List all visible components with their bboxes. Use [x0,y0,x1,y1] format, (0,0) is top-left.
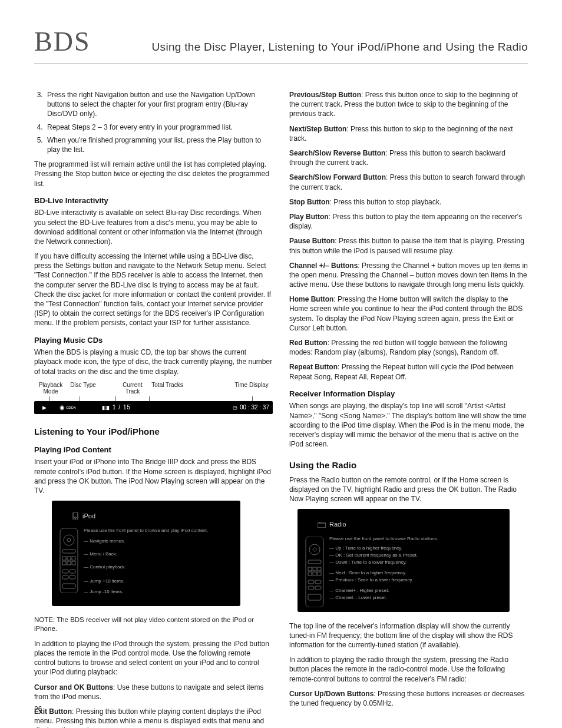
search-fwd-line: Search/Slow Forward Button: Press this b… [289,173,528,191]
svg-rect-23 [308,567,312,571]
next-step-line: Next/Step Button: Press this button to s… [289,124,528,143]
radio-l1: Up : Tune to a higher frequency. [335,545,402,551]
ipod-l3: Control playback. [90,564,126,570]
svg-rect-27 [313,572,316,575]
label-playback-mode: Playback Mode [34,382,67,395]
page-header: BDS Using the Disc Player, Listening to … [34,24,528,64]
radio-p3: In addition to playing the radio through… [289,655,528,684]
cd-display-bar: ▶ ◉CDDA ▮▯▮ 1 / 15 ◷ 00 : 32 : 37 [34,401,273,414]
channel-line: Channel +/– Buttons: Pressing the Channe… [289,261,528,290]
receiver-info-heading: Receiver Information Display [289,389,528,399]
programming-steps: Press the right Navigation button and us… [34,90,273,154]
exit-button-line: Exit Button: Pressing this button while … [34,707,273,728]
cursor-ok-line: Cursor and OK Buttons: Use these buttons… [34,683,273,701]
svg-point-20 [309,544,320,555]
using-radio-heading: Using the Radio [289,459,528,471]
svg-rect-14 [62,575,68,579]
red-line: Red Button: Pressing the red button will… [289,338,528,357]
playing-ipod-heading: Playing iPod Content [34,445,273,455]
ipod-control-p: In addition to playing the iPod through … [34,639,273,677]
label-current-track: Current Track [115,382,150,395]
ipod-note: NOTE: The BDS receiver will not play vid… [34,616,273,634]
svg-rect-32 [315,586,321,590]
step-5: When you're finished programming your li… [45,135,273,154]
ipod-l5: Jump -10 items. [90,589,123,594]
play-icon: ▶ [42,404,47,411]
cd-display-diagram: Playback Mode Disc Type Current Track To… [34,382,273,414]
radio-l6: Channel+ : Higher preset. [335,588,389,593]
radio-p2: The top line of the receiver's informati… [289,621,528,650]
radio-hint: Please use the front panel to browse Rad… [328,535,498,542]
radio-l3: Down : Tune to a lower frequency. [335,560,406,565]
playing-ipod-p: Insert your iPod or iPhone into The Brid… [34,457,273,495]
radio-l4: Next : Scan to a higher frequency. [335,570,406,575]
label-disc-type: Disc Type [67,382,99,395]
pause-line: Pause Button: Press this button to pause… [289,236,528,255]
radio-l7: Channel- : Lower preset. [335,595,387,600]
bdlive-heading: BD-Live Interactivity [34,196,273,206]
svg-point-4 [67,538,71,542]
playing-cds-heading: Playing Music CDs [34,335,273,346]
radio-p1: Press the Radio button on the remote con… [289,475,528,504]
svg-rect-22 [308,560,321,564]
remote-icon [59,528,79,593]
svg-rect-17 [318,523,326,528]
svg-rect-5 [62,550,75,553]
track-icon: ▮▯▮ [102,404,109,411]
svg-rect-24 [313,567,316,571]
svg-rect-7 [67,557,71,560]
svg-rect-11 [72,561,75,565]
bdlive-p2: If you have difficulty accessing the Int… [34,252,273,328]
prev-step-line: Previous/Step Button: Press this button … [289,90,528,119]
svg-point-1 [75,517,77,519]
svg-rect-8 [72,557,75,560]
ipod-l4: Jump +10 items. [90,578,124,584]
radio-l5: Previous : Scan to a lower frequency. [335,577,413,583]
disc-icon: ◉ [59,403,65,412]
radio-l2: OK : Set current frequency as a Preset. [335,552,418,558]
radio-screenshot: Radio Please use the front panel to br [297,509,510,612]
right-column: Previous/Step Button: Press this button … [289,90,528,728]
ipod-screenshot: iPod Please use the front panel to bro [52,501,240,606]
cursor-updown-line: Cursor Up/Down Buttons: Pressing these b… [289,689,528,708]
stop-line: Stop Button: Press this button to stop p… [289,197,528,207]
page-title: Using the Disc Player, Listening to Your… [152,39,528,55]
svg-rect-6 [62,557,66,560]
time-value: 00 : 32 : 37 [240,403,269,412]
repeat-line: Repeat Button: Pressing the Repeat butto… [289,362,528,381]
programmed-list-note: The programmed list will remain active u… [34,160,273,188]
search-rev-line: Search/Slow Reverse Button: Press this b… [289,148,528,167]
home-line: Home Button: Pressing the Home button wi… [289,294,528,333]
svg-rect-28 [318,572,321,575]
play-line: Play Button: Press this button to play t… [289,212,528,231]
svg-rect-10 [67,561,71,565]
svg-rect-12 [62,570,68,573]
ipod-window-title: iPod [72,511,229,521]
ipod-l2: Menu / Back. [90,551,117,557]
disc-type-value: CDDA [66,405,76,410]
remote-icon [305,537,325,607]
radio-window-title: Radio [318,519,498,530]
left-column: Press the right Navigation button and us… [34,90,273,728]
ipod-hint: Please use the front panel to browse and… [82,527,229,534]
bdlive-p1: BD-Live interactivity is available on se… [34,208,273,246]
svg-point-21 [313,548,316,551]
svg-rect-25 [318,567,321,571]
step-4: Repeat Steps 2 – 3 for every entry in yo… [45,123,273,132]
svg-rect-29 [308,580,314,584]
playing-cds-p: When the BDS is playing a music CD, the … [34,348,273,376]
svg-rect-9 [62,561,66,565]
listening-heading: Listening to Your iPod/iPhone [34,426,273,438]
step-3: Press the right Navigation button and us… [45,90,273,119]
svg-rect-30 [315,580,321,584]
svg-rect-31 [308,586,314,590]
svg-rect-13 [70,570,75,573]
ipod-l1: Navigate menus. [90,538,125,544]
label-total-tracks: Total Tracks [150,382,185,395]
svg-point-3 [64,535,74,545]
svg-rect-15 [70,575,75,579]
brand-logo: BDS [34,24,90,60]
receiver-info-p: When songs are playing, the display's to… [289,401,528,449]
svg-rect-26 [308,572,312,575]
label-time-display: Time Display [230,382,273,395]
